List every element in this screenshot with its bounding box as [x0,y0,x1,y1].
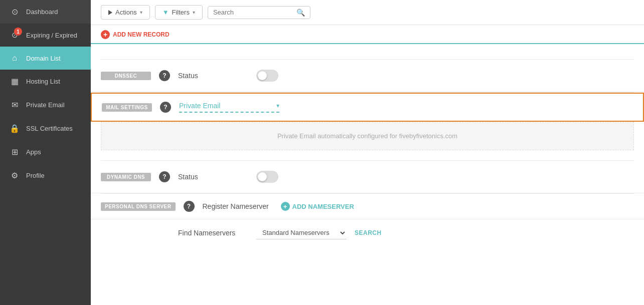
register-nameserver-label: Register Nameserver [203,202,273,210]
sidebar-label-domain-list: Domain List [26,55,61,62]
sidebar-label-profile: Profile [26,172,45,179]
ssl-icon: 🔒 [9,124,20,133]
dnssec-status-label: Status [178,72,248,80]
find-nameservers-label: Find Nameservers [178,229,248,237]
add-new-record-button[interactable]: + ADD NEW RECORD [101,30,170,39]
filter-icon: ▼ [163,9,169,16]
filters-button[interactable]: ▼ Filters ▾ [155,5,203,20]
main-content: Actions ▾ ▼ Filters ▾ 🔍 + ADD NEW RECORD… [91,0,644,305]
mail-dropdown-value: Private Email [179,102,220,110]
mail-settings-row: MAIL SETTINGS ? Private Email ▾ [91,93,644,122]
dynamic-dns-row: DYNAMIC DNS ? Status [91,161,644,193]
filters-label: Filters [172,9,190,16]
sidebar-item-hosting-list[interactable]: ▦ Hosting List [0,70,91,93]
mail-dropdown-arrow-icon: ▾ [276,102,279,109]
expiring-badge: 1 [14,28,22,36]
sidebar-item-dashboard[interactable]: ⊙ Dashboard [0,0,91,24]
sidebar: ⊙ Dashboard ⊙ 1 Expiring / Expired ⌂ Dom… [0,0,91,305]
nameservers-search-button[interactable]: SEARCH [355,229,382,236]
hosting-icon: ▦ [9,77,20,86]
dnssec-row: DNSSEC ? Status [91,60,644,92]
sidebar-label-hosting-list: Hosting List [26,78,60,85]
sidebar-item-expiring[interactable]: ⊙ 1 Expiring / Expired [0,24,91,47]
mail-settings-tag: MAIL SETTINGS [102,103,152,112]
search-icon: 🔍 [296,9,305,17]
spacer-1 [91,44,644,59]
add-record-label: ADD NEW RECORD [113,31,170,38]
actions-chevron-icon: ▾ [140,10,142,15]
dynamic-dns-status-label: Status [178,173,248,181]
dnssec-toggle[interactable] [256,70,278,82]
find-nameservers-row: Find Nameservers Standard Nameservers SE… [91,219,644,246]
add-nameserver-label: ADD NAMESERVER [292,203,354,210]
profile-icon: ⚙ [9,171,20,180]
dashboard-icon: ⊙ [9,7,20,17]
mail-info-text: Private Email automatically configured f… [277,132,457,140]
search-box[interactable]: 🔍 [208,6,310,19]
add-record-row: + ADD NEW RECORD [91,25,644,39]
sidebar-label-expiring: Expiring / Expired [26,32,77,39]
search-input[interactable] [213,9,293,16]
sidebar-label-dashboard: Dashboard [26,8,58,16]
toolbar: Actions ▾ ▼ Filters ▾ 🔍 [91,0,644,25]
mail-settings-help-icon[interactable]: ? [160,102,171,113]
sidebar-label-apps: Apps [26,148,41,156]
dynamic-dns-toggle-thumb [258,172,267,181]
sidebar-item-ssl-certificates[interactable]: 🔒 SSL Certificates [0,117,91,140]
apps-icon: ⊞ [9,147,20,157]
sidebar-item-apps[interactable]: ⊞ Apps [0,140,91,164]
email-icon: ✉ [9,100,20,110]
sidebar-item-private-email[interactable]: ✉ Private Email [0,93,91,117]
personal-dns-row: PERSONAL DNS SERVER ? Register Nameserve… [91,194,644,219]
sidebar-label-private-email: Private Email [26,101,65,109]
sidebar-item-profile[interactable]: ⚙ Profile [0,164,91,187]
actions-button[interactable]: Actions ▾ [101,5,150,20]
personal-dns-help-icon[interactable]: ? [184,201,195,212]
spacer-2 [91,150,644,160]
dynamic-dns-toggle[interactable] [256,171,278,183]
dnssec-tag: DNSSEC [101,72,151,80]
filters-chevron-icon: ▾ [193,10,195,15]
domain-icon: ⌂ [9,54,20,63]
sidebar-item-domain-list[interactable]: ⌂ Domain List [0,47,91,70]
dynamic-dns-help-icon[interactable]: ? [159,171,170,182]
add-nameserver-button[interactable]: + ADD NAMESERVER [281,202,354,211]
actions-label: Actions [115,9,137,16]
dnssec-help-icon[interactable]: ? [159,70,170,81]
sidebar-label-ssl: SSL Certificates [26,125,73,132]
add-ns-plus-icon: + [281,202,290,211]
toggle-thumb [258,71,267,80]
plus-icon: + [101,30,110,39]
personal-dns-tag: PERSONAL DNS SERVER [101,202,176,211]
mail-info-box: Private Email automatically configured f… [101,122,634,150]
nameservers-select[interactable]: Standard Nameservers [256,226,347,239]
mail-settings-dropdown[interactable]: Private Email ▾ [179,102,279,113]
dynamic-dns-tag: DYNAMIC DNS [101,173,151,181]
play-icon [108,10,112,15]
